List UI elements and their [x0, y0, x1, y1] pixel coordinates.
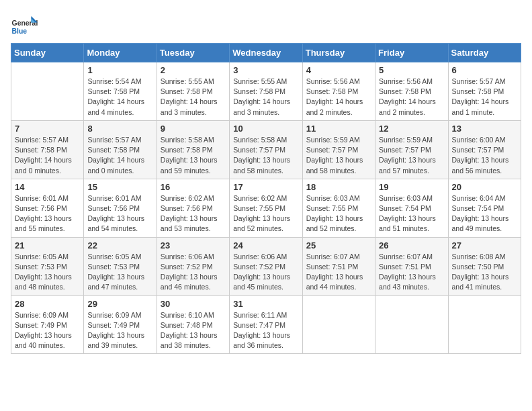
day-info: Sunrise: 6:04 AM Sunset: 7:54 PM Dayligh…	[452, 193, 517, 234]
day-number: 5	[379, 65, 444, 75]
day-info: Sunrise: 6:01 AM Sunset: 7:56 PM Dayligh…	[87, 193, 152, 234]
calendar-header-cell: Tuesday	[157, 44, 229, 62]
day-info: Sunrise: 5:56 AM Sunset: 7:58 PM Dayligh…	[379, 77, 444, 118]
calendar-cell	[11, 62, 84, 121]
calendar-body: 1Sunrise: 5:54 AM Sunset: 7:58 PM Daylig…	[11, 62, 521, 354]
day-number: 12	[379, 124, 444, 134]
calendar-cell	[448, 295, 521, 354]
day-info: Sunrise: 6:09 AM Sunset: 7:49 PM Dayligh…	[87, 310, 152, 351]
day-info: Sunrise: 6:11 AM Sunset: 7:47 PM Dayligh…	[233, 310, 298, 351]
calendar-cell: 10Sunrise: 5:58 AM Sunset: 7:57 PM Dayli…	[230, 120, 302, 179]
day-info: Sunrise: 6:02 AM Sunset: 7:56 PM Dayligh…	[161, 193, 226, 234]
calendar-cell	[302, 295, 375, 354]
calendar-header-cell: Saturday	[448, 44, 521, 62]
calendar-header-cell: Wednesday	[230, 44, 302, 62]
logo: General Blue	[11, 11, 42, 38]
calendar-cell: 12Sunrise: 5:59 AM Sunset: 7:57 PM Dayli…	[375, 120, 448, 179]
day-number: 13	[452, 124, 517, 134]
day-number: 7	[15, 124, 80, 134]
day-number: 24	[233, 240, 298, 250]
calendar-week-row: 21Sunrise: 6:05 AM Sunset: 7:53 PM Dayli…	[11, 237, 521, 295]
calendar-cell: 1Sunrise: 5:54 AM Sunset: 7:58 PM Daylig…	[84, 62, 157, 121]
calendar-header-cell: Thursday	[302, 44, 375, 62]
day-number: 20	[452, 182, 517, 192]
day-number: 28	[15, 299, 80, 309]
day-info: Sunrise: 5:57 AM Sunset: 7:58 PM Dayligh…	[15, 135, 80, 176]
page-header: General Blue	[11, 11, 521, 38]
calendar-week-row: 14Sunrise: 6:01 AM Sunset: 7:56 PM Dayli…	[11, 179, 521, 237]
day-number: 15	[87, 182, 152, 192]
day-number: 6	[452, 65, 517, 75]
day-info: Sunrise: 5:58 AM Sunset: 7:58 PM Dayligh…	[161, 135, 226, 176]
calendar-cell	[375, 295, 448, 354]
calendar-cell: 19Sunrise: 6:03 AM Sunset: 7:54 PM Dayli…	[375, 179, 448, 237]
day-number: 29	[87, 299, 152, 309]
day-info: Sunrise: 6:08 AM Sunset: 7:50 PM Dayligh…	[452, 252, 517, 293]
calendar-header-row: SundayMondayTuesdayWednesdayThursdayFrid…	[11, 44, 521, 62]
day-info: Sunrise: 5:57 AM Sunset: 7:58 PM Dayligh…	[452, 77, 517, 118]
calendar-week-row: 28Sunrise: 6:09 AM Sunset: 7:49 PM Dayli…	[11, 295, 521, 354]
day-info: Sunrise: 6:03 AM Sunset: 7:55 PM Dayligh…	[306, 193, 371, 234]
day-number: 17	[233, 182, 298, 192]
day-number: 11	[306, 124, 371, 134]
day-info: Sunrise: 6:09 AM Sunset: 7:49 PM Dayligh…	[15, 310, 80, 351]
calendar-cell: 28Sunrise: 6:09 AM Sunset: 7:49 PM Dayli…	[11, 295, 84, 354]
calendar-cell: 2Sunrise: 5:55 AM Sunset: 7:58 PM Daylig…	[157, 62, 229, 121]
day-info: Sunrise: 6:02 AM Sunset: 7:55 PM Dayligh…	[233, 193, 298, 234]
day-info: Sunrise: 5:56 AM Sunset: 7:58 PM Dayligh…	[306, 77, 371, 118]
calendar-cell: 13Sunrise: 6:00 AM Sunset: 7:57 PM Dayli…	[448, 120, 521, 179]
day-info: Sunrise: 6:05 AM Sunset: 7:53 PM Dayligh…	[15, 252, 80, 293]
calendar-cell: 18Sunrise: 6:03 AM Sunset: 7:55 PM Dayli…	[302, 179, 375, 237]
calendar-cell: 8Sunrise: 5:57 AM Sunset: 7:58 PM Daylig…	[84, 120, 157, 179]
calendar-cell: 21Sunrise: 6:05 AM Sunset: 7:53 PM Dayli…	[11, 237, 84, 295]
calendar-cell: 5Sunrise: 5:56 AM Sunset: 7:58 PM Daylig…	[375, 62, 448, 121]
calendar-table: SundayMondayTuesdayWednesdayThursdayFrid…	[11, 43, 521, 354]
calendar-cell: 20Sunrise: 6:04 AM Sunset: 7:54 PM Dayli…	[448, 179, 521, 237]
calendar-cell: 9Sunrise: 5:58 AM Sunset: 7:58 PM Daylig…	[157, 120, 229, 179]
calendar-header-cell: Monday	[84, 44, 157, 62]
calendar-cell: 11Sunrise: 5:59 AM Sunset: 7:57 PM Dayli…	[302, 120, 375, 179]
day-info: Sunrise: 5:54 AM Sunset: 7:58 PM Dayligh…	[87, 77, 152, 118]
calendar-week-row: 7Sunrise: 5:57 AM Sunset: 7:58 PM Daylig…	[11, 120, 521, 179]
svg-text:Blue: Blue	[12, 28, 28, 35]
calendar-cell: 31Sunrise: 6:11 AM Sunset: 7:47 PM Dayli…	[230, 295, 302, 354]
calendar-cell: 27Sunrise: 6:08 AM Sunset: 7:50 PM Dayli…	[448, 237, 521, 295]
day-number: 30	[161, 299, 226, 309]
day-number: 1	[87, 65, 152, 75]
calendar-cell: 23Sunrise: 6:06 AM Sunset: 7:52 PM Dayli…	[157, 237, 229, 295]
calendar-cell: 15Sunrise: 6:01 AM Sunset: 7:56 PM Dayli…	[84, 179, 157, 237]
calendar-week-row: 1Sunrise: 5:54 AM Sunset: 7:58 PM Daylig…	[11, 62, 521, 121]
calendar-cell: 22Sunrise: 6:05 AM Sunset: 7:53 PM Dayli…	[84, 237, 157, 295]
calendar-cell: 24Sunrise: 6:06 AM Sunset: 7:52 PM Dayli…	[230, 237, 302, 295]
day-number: 16	[161, 182, 226, 192]
day-info: Sunrise: 6:06 AM Sunset: 7:52 PM Dayligh…	[161, 252, 226, 293]
day-number: 9	[161, 124, 226, 134]
logo-icon: General Blue	[11, 11, 38, 38]
day-number: 21	[15, 240, 80, 250]
day-number: 4	[306, 65, 371, 75]
calendar-cell: 6Sunrise: 5:57 AM Sunset: 7:58 PM Daylig…	[448, 62, 521, 121]
day-number: 10	[233, 124, 298, 134]
calendar-cell: 14Sunrise: 6:01 AM Sunset: 7:56 PM Dayli…	[11, 179, 84, 237]
day-info: Sunrise: 6:06 AM Sunset: 7:52 PM Dayligh…	[233, 252, 298, 293]
day-info: Sunrise: 5:59 AM Sunset: 7:57 PM Dayligh…	[379, 135, 444, 176]
calendar-cell: 29Sunrise: 6:09 AM Sunset: 7:49 PM Dayli…	[84, 295, 157, 354]
day-info: Sunrise: 6:01 AM Sunset: 7:56 PM Dayligh…	[15, 193, 80, 234]
calendar-header-cell: Friday	[375, 44, 448, 62]
day-number: 22	[87, 240, 152, 250]
day-number: 31	[233, 299, 298, 309]
day-info: Sunrise: 6:10 AM Sunset: 7:48 PM Dayligh…	[161, 310, 226, 351]
calendar-cell: 7Sunrise: 5:57 AM Sunset: 7:58 PM Daylig…	[11, 120, 84, 179]
day-info: Sunrise: 6:07 AM Sunset: 7:51 PM Dayligh…	[306, 252, 371, 293]
day-number: 3	[233, 65, 298, 75]
day-info: Sunrise: 5:55 AM Sunset: 7:58 PM Dayligh…	[161, 77, 226, 118]
day-info: Sunrise: 6:07 AM Sunset: 7:51 PM Dayligh…	[379, 252, 444, 293]
day-number: 2	[161, 65, 226, 75]
day-number: 19	[379, 182, 444, 192]
day-number: 23	[161, 240, 226, 250]
day-info: Sunrise: 6:05 AM Sunset: 7:53 PM Dayligh…	[87, 252, 152, 293]
day-number: 14	[15, 182, 80, 192]
day-info: Sunrise: 6:00 AM Sunset: 7:57 PM Dayligh…	[452, 135, 517, 176]
day-number: 26	[379, 240, 444, 250]
day-info: Sunrise: 6:03 AM Sunset: 7:54 PM Dayligh…	[379, 193, 444, 234]
